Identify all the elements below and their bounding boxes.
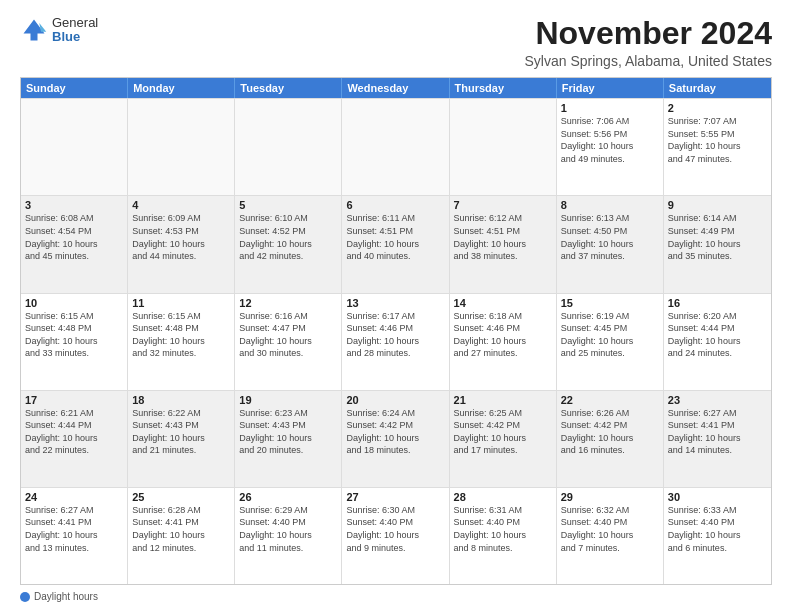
day-number: 14: [454, 297, 552, 309]
logo-icon: [20, 16, 48, 44]
day-number: 25: [132, 491, 230, 503]
day-info: Sunrise: 6:27 AM Sunset: 4:41 PM Dayligh…: [25, 504, 123, 554]
day-number: 24: [25, 491, 123, 503]
day-number: 15: [561, 297, 659, 309]
day-number: 11: [132, 297, 230, 309]
day-number: 1: [561, 102, 659, 114]
calendar-cell: [21, 99, 128, 195]
day-number: 3: [25, 199, 123, 211]
title-section: November 2024 Sylvan Springs, Alabama, U…: [525, 16, 772, 69]
calendar-cell: 14Sunrise: 6:18 AM Sunset: 4:46 PM Dayli…: [450, 294, 557, 390]
day-info: Sunrise: 6:33 AM Sunset: 4:40 PM Dayligh…: [668, 504, 767, 554]
legend-dot-daylight: [20, 592, 30, 602]
day-info: Sunrise: 6:21 AM Sunset: 4:44 PM Dayligh…: [25, 407, 123, 457]
calendar-cell: 26Sunrise: 6:29 AM Sunset: 4:40 PM Dayli…: [235, 488, 342, 584]
calendar-cell: 29Sunrise: 6:32 AM Sunset: 4:40 PM Dayli…: [557, 488, 664, 584]
day-number: 16: [668, 297, 767, 309]
cal-header-day: Tuesday: [235, 78, 342, 98]
day-number: 13: [346, 297, 444, 309]
day-number: 18: [132, 394, 230, 406]
day-info: Sunrise: 6:14 AM Sunset: 4:49 PM Dayligh…: [668, 212, 767, 262]
calendar-cell: [342, 99, 449, 195]
calendar-row: 17Sunrise: 6:21 AM Sunset: 4:44 PM Dayli…: [21, 390, 771, 487]
day-info: Sunrise: 6:12 AM Sunset: 4:51 PM Dayligh…: [454, 212, 552, 262]
day-info: Sunrise: 6:10 AM Sunset: 4:52 PM Dayligh…: [239, 212, 337, 262]
day-number: 20: [346, 394, 444, 406]
day-info: Sunrise: 6:28 AM Sunset: 4:41 PM Dayligh…: [132, 504, 230, 554]
day-number: 19: [239, 394, 337, 406]
calendar-cell: 5Sunrise: 6:10 AM Sunset: 4:52 PM Daylig…: [235, 196, 342, 292]
day-info: Sunrise: 6:26 AM Sunset: 4:42 PM Dayligh…: [561, 407, 659, 457]
day-info: Sunrise: 7:06 AM Sunset: 5:56 PM Dayligh…: [561, 115, 659, 165]
calendar-cell: 22Sunrise: 6:26 AM Sunset: 4:42 PM Dayli…: [557, 391, 664, 487]
day-number: 29: [561, 491, 659, 503]
calendar-cell: 8Sunrise: 6:13 AM Sunset: 4:50 PM Daylig…: [557, 196, 664, 292]
calendar-cell: 3Sunrise: 6:08 AM Sunset: 4:54 PM Daylig…: [21, 196, 128, 292]
day-info: Sunrise: 6:25 AM Sunset: 4:42 PM Dayligh…: [454, 407, 552, 457]
day-info: Sunrise: 7:07 AM Sunset: 5:55 PM Dayligh…: [668, 115, 767, 165]
page: General Blue November 2024 Sylvan Spring…: [0, 0, 792, 612]
calendar-row: 24Sunrise: 6:27 AM Sunset: 4:41 PM Dayli…: [21, 487, 771, 584]
calendar: SundayMondayTuesdayWednesdayThursdayFrid…: [20, 77, 772, 585]
day-info: Sunrise: 6:08 AM Sunset: 4:54 PM Dayligh…: [25, 212, 123, 262]
day-number: 21: [454, 394, 552, 406]
day-number: 27: [346, 491, 444, 503]
calendar-row: 1Sunrise: 7:06 AM Sunset: 5:56 PM Daylig…: [21, 98, 771, 195]
calendar-cell: 10Sunrise: 6:15 AM Sunset: 4:48 PM Dayli…: [21, 294, 128, 390]
calendar-cell: [128, 99, 235, 195]
day-info: Sunrise: 6:27 AM Sunset: 4:41 PM Dayligh…: [668, 407, 767, 457]
day-info: Sunrise: 6:30 AM Sunset: 4:40 PM Dayligh…: [346, 504, 444, 554]
calendar-cell: [450, 99, 557, 195]
calendar-cell: 23Sunrise: 6:27 AM Sunset: 4:41 PM Dayli…: [664, 391, 771, 487]
cal-header-day: Friday: [557, 78, 664, 98]
day-info: Sunrise: 6:22 AM Sunset: 4:43 PM Dayligh…: [132, 407, 230, 457]
day-info: Sunrise: 6:09 AM Sunset: 4:53 PM Dayligh…: [132, 212, 230, 262]
calendar-cell: 25Sunrise: 6:28 AM Sunset: 4:41 PM Dayli…: [128, 488, 235, 584]
calendar-cell: 7Sunrise: 6:12 AM Sunset: 4:51 PM Daylig…: [450, 196, 557, 292]
month-title: November 2024: [525, 16, 772, 51]
calendar-cell: 30Sunrise: 6:33 AM Sunset: 4:40 PM Dayli…: [664, 488, 771, 584]
calendar-cell: 21Sunrise: 6:25 AM Sunset: 4:42 PM Dayli…: [450, 391, 557, 487]
day-info: Sunrise: 6:19 AM Sunset: 4:45 PM Dayligh…: [561, 310, 659, 360]
day-number: 7: [454, 199, 552, 211]
day-number: 10: [25, 297, 123, 309]
calendar-cell: 19Sunrise: 6:23 AM Sunset: 4:43 PM Dayli…: [235, 391, 342, 487]
day-number: 8: [561, 199, 659, 211]
calendar-cell: 16Sunrise: 6:20 AM Sunset: 4:44 PM Dayli…: [664, 294, 771, 390]
location: Sylvan Springs, Alabama, United States: [525, 53, 772, 69]
day-info: Sunrise: 6:15 AM Sunset: 4:48 PM Dayligh…: [25, 310, 123, 360]
day-info: Sunrise: 6:20 AM Sunset: 4:44 PM Dayligh…: [668, 310, 767, 360]
calendar-cell: 2Sunrise: 7:07 AM Sunset: 5:55 PM Daylig…: [664, 99, 771, 195]
day-number: 28: [454, 491, 552, 503]
calendar-row: 3Sunrise: 6:08 AM Sunset: 4:54 PM Daylig…: [21, 195, 771, 292]
calendar-body: 1Sunrise: 7:06 AM Sunset: 5:56 PM Daylig…: [21, 98, 771, 584]
day-info: Sunrise: 6:15 AM Sunset: 4:48 PM Dayligh…: [132, 310, 230, 360]
calendar-cell: 11Sunrise: 6:15 AM Sunset: 4:48 PM Dayli…: [128, 294, 235, 390]
cal-header-day: Monday: [128, 78, 235, 98]
day-info: Sunrise: 6:13 AM Sunset: 4:50 PM Dayligh…: [561, 212, 659, 262]
day-number: 2: [668, 102, 767, 114]
day-number: 12: [239, 297, 337, 309]
day-number: 9: [668, 199, 767, 211]
cal-header-day: Thursday: [450, 78, 557, 98]
day-number: 4: [132, 199, 230, 211]
cal-header-day: Saturday: [664, 78, 771, 98]
calendar-cell: 9Sunrise: 6:14 AM Sunset: 4:49 PM Daylig…: [664, 196, 771, 292]
calendar-cell: 13Sunrise: 6:17 AM Sunset: 4:46 PM Dayli…: [342, 294, 449, 390]
day-number: 17: [25, 394, 123, 406]
calendar-cell: 28Sunrise: 6:31 AM Sunset: 4:40 PM Dayli…: [450, 488, 557, 584]
day-info: Sunrise: 6:32 AM Sunset: 4:40 PM Dayligh…: [561, 504, 659, 554]
logo: General Blue: [20, 16, 98, 45]
logo-blue: Blue: [52, 30, 98, 44]
day-info: Sunrise: 6:17 AM Sunset: 4:46 PM Dayligh…: [346, 310, 444, 360]
day-number: 26: [239, 491, 337, 503]
calendar-cell: 17Sunrise: 6:21 AM Sunset: 4:44 PM Dayli…: [21, 391, 128, 487]
day-number: 5: [239, 199, 337, 211]
day-number: 23: [668, 394, 767, 406]
day-info: Sunrise: 6:31 AM Sunset: 4:40 PM Dayligh…: [454, 504, 552, 554]
calendar-cell: 18Sunrise: 6:22 AM Sunset: 4:43 PM Dayli…: [128, 391, 235, 487]
calendar-row: 10Sunrise: 6:15 AM Sunset: 4:48 PM Dayli…: [21, 293, 771, 390]
day-info: Sunrise: 6:24 AM Sunset: 4:42 PM Dayligh…: [346, 407, 444, 457]
calendar-cell: 1Sunrise: 7:06 AM Sunset: 5:56 PM Daylig…: [557, 99, 664, 195]
calendar-cell: 20Sunrise: 6:24 AM Sunset: 4:42 PM Dayli…: [342, 391, 449, 487]
